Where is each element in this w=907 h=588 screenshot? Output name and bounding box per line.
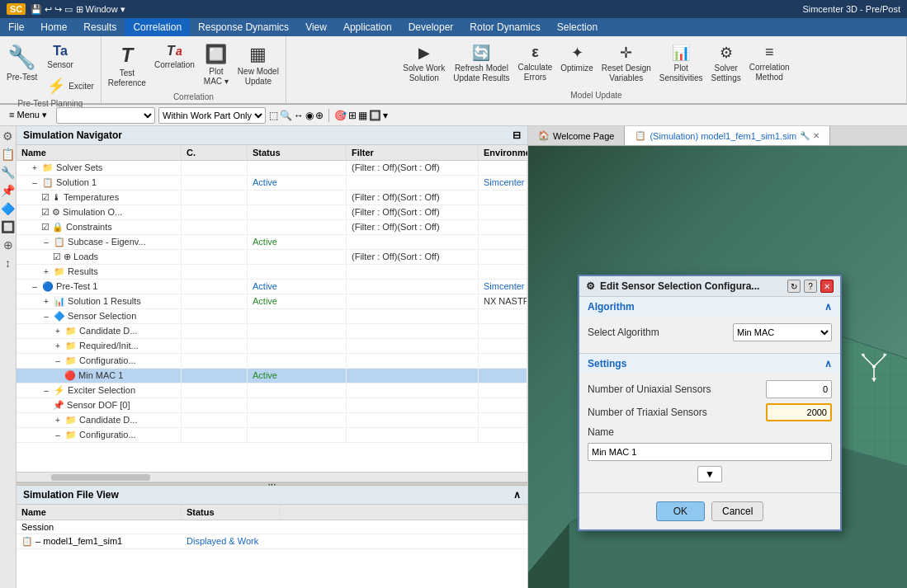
menu-response-dynamics[interactable]: Response Dynamics: [190, 18, 297, 36]
toolbar-menu-btn[interactable]: ≡ Menu ▾: [3, 107, 53, 123]
expand-icon[interactable]: –: [53, 356, 63, 365]
toolbar-icon-10[interactable]: ▾: [383, 110, 388, 121]
toolbar-icon-6[interactable]: 🎯: [334, 110, 347, 121]
toolbar-icon-2[interactable]: 🔍: [280, 110, 292, 121]
file-view-expand-btn[interactable]: ∧: [513, 489, 521, 501]
table-row[interactable]: – ⚡ Exciter Selection: [17, 383, 527, 398]
table-row[interactable]: ☑ 🌡 Temperatures (Filter : Off)(Sort : O…: [17, 191, 527, 205]
ribbon-pretest-btn[interactable]: 🔧 Pre-Test: [3, 41, 40, 85]
dialog-settings-header[interactable]: Settings ∧: [579, 354, 840, 374]
tab-welcome[interactable]: 🏠 Welcome Page: [528, 126, 625, 145]
table-row[interactable]: + 📁 Solver Sets (Filter : Off)(Sort : Of…: [17, 161, 527, 176]
toolbar-dropdown2[interactable]: Within Work Part Only Pant Only: [158, 107, 266, 124]
toolbar-icon-1[interactable]: ⬚: [269, 110, 278, 121]
toolbar-icon-7[interactable]: ⊞: [348, 110, 357, 121]
table-row[interactable]: 🔴 Min MAC 1 Active: [17, 369, 527, 383]
nav-cell-name: – 📋 Subcase - Eigenv...: [17, 235, 182, 249]
left-icon-7[interactable]: ⊕: [3, 238, 13, 252]
left-icon-8[interactable]: ↕: [5, 256, 11, 270]
table-row[interactable]: – 🔷 Sensor Selection: [17, 309, 527, 324]
dialog-refresh-btn[interactable]: ↻: [787, 280, 801, 293]
table-row[interactable]: 📌 Sensor DOF [0]: [17, 398, 527, 413]
menu-selection[interactable]: Selection: [549, 18, 606, 36]
left-icon-4[interactable]: 📌: [1, 184, 15, 197]
ribbon-exciter-btn[interactable]: ⚡ Exciter: [44, 74, 97, 97]
dialog-help-btn[interactable]: ?: [804, 280, 817, 293]
table-row[interactable]: – 📁 Configuratio...: [17, 354, 527, 369]
ribbon-test-reference-btn[interactable]: T TestReference: [105, 41, 149, 91]
menu-home[interactable]: Home: [32, 18, 75, 36]
toolbar-icon-4[interactable]: ◉: [305, 110, 314, 121]
expand-icon[interactable]: +: [41, 267, 51, 276]
table-row[interactable]: + 📁 Results: [17, 265, 527, 280]
menu-results[interactable]: Results: [75, 18, 125, 36]
table-row[interactable]: + 📁 Candidate D...: [17, 324, 527, 339]
table-row[interactable]: ☑ ⚙ Simulation O... (Filter : Off)(Sort …: [17, 205, 527, 220]
tab-simulation[interactable]: 📋 (Simulation) model1_fem1_sim1.sim 🔧 ✕: [625, 126, 830, 145]
dialog-algorithm-header[interactable]: Algorithm ∧: [579, 297, 840, 317]
expand-icon[interactable]: –: [53, 430, 63, 440]
triaxial-sensors-input[interactable]: [766, 403, 832, 421]
cancel-button[interactable]: Cancel: [711, 501, 763, 521]
ribbon-reset-btn[interactable]: ✛ Reset DesignVariables: [598, 41, 654, 86]
file-row-model[interactable]: 📋 – model1_fem1_sim1 Displayed & Work: [17, 534, 527, 549]
expand-icon[interactable]: –: [41, 312, 51, 321]
toolbar-icon-3[interactable]: ↔: [294, 110, 304, 121]
tab-simulation-options[interactable]: 🔧: [800, 131, 810, 140]
select-algorithm-dropdown[interactable]: Min MAC Max MAC: [733, 323, 832, 341]
dialog-close-btn[interactable]: ✕: [820, 280, 834, 293]
expand-icon[interactable]: +: [53, 416, 63, 425]
menu-view[interactable]: View: [297, 18, 335, 36]
navigator-expand-btn[interactable]: ⊟: [513, 129, 521, 141]
table-row[interactable]: – 🔵 Pre-Test 1 Active Simcenter 3D FE Mo…: [17, 280, 527, 294]
table-row[interactable]: ☑ 🔒 Constraints (Filter : Off)(Sort : Of…: [17, 220, 527, 235]
ribbon-plot-sensitivities-btn[interactable]: 📊 PlotSensitivities: [656, 41, 706, 86]
ribbon-new-model-update-btn[interactable]: ▦ New ModelUpdate: [234, 41, 282, 89]
menu-file[interactable]: File: [0, 18, 32, 36]
expand-icon[interactable]: –: [41, 238, 51, 247]
ribbon-solver-settings-btn[interactable]: ⚙ SolverSettings: [708, 41, 744, 86]
ribbon-sensor-btn[interactable]: Ta Sensor: [44, 41, 77, 73]
toolbar-icon-8[interactable]: ▦: [358, 110, 367, 121]
table-row[interactable]: + 📊 Solution 1 Results Active NX NASTRAN…: [17, 294, 527, 309]
table-row[interactable]: + 📁 Required/Init...: [17, 339, 527, 354]
ribbon-plot-mac-btn[interactable]: 🔲 PlotMAC ▾: [200, 41, 233, 89]
left-icon-3[interactable]: 🔧: [1, 166, 15, 179]
left-icon-5[interactable]: 🔷: [1, 202, 15, 215]
tab-close-btn[interactable]: ✕: [813, 131, 820, 140]
table-row[interactable]: – 📋 Subcase - Eigenv... Active: [17, 235, 527, 250]
expand-icon[interactable]: –: [30, 282, 40, 291]
expand-icon[interactable]: +: [41, 297, 51, 306]
menu-rotor-dynamics[interactable]: Rotor Dynamics: [461, 18, 548, 36]
left-icon-6[interactable]: 🔲: [1, 220, 15, 233]
table-row[interactable]: – 📋 Solution 1 Active Simcenter Nastran …: [17, 176, 527, 191]
name-input[interactable]: [588, 443, 832, 461]
dropdown-arrow-btn[interactable]: ▼: [697, 466, 722, 482]
ribbon-solve-btn[interactable]: ▶ Solve WorkSolution: [399, 41, 448, 86]
ok-button[interactable]: OK: [656, 501, 705, 521]
ribbon-optimize-btn[interactable]: ✦ Optimize: [557, 41, 596, 76]
ribbon-correlation-method-btn[interactable]: ≡ CorrelationMethod: [746, 41, 793, 85]
expand-icon[interactable]: +: [53, 327, 63, 336]
table-row[interactable]: + 📁 Candidate D...: [17, 413, 527, 428]
ribbon-correlation-btn[interactable]: T a Correlation: [151, 41, 198, 73]
menu-application[interactable]: Application: [335, 18, 400, 36]
ribbon-calculate-btn[interactable]: ε CalculateErrors: [515, 41, 556, 85]
table-row[interactable]: – 📁 Configuratio...: [17, 428, 527, 443]
uniaxial-sensors-input[interactable]: [766, 380, 832, 398]
expand-icon[interactable]: +: [53, 341, 63, 350]
expand-icon[interactable]: –: [41, 386, 51, 395]
toolbar-icons: 💾 ↩ ↪ ▭ ⊞ Window ▾: [31, 4, 125, 15]
expand-icon[interactable]: –: [30, 178, 40, 187]
menu-developer[interactable]: Developer: [400, 18, 462, 36]
scrollbar-thumb[interactable]: [51, 474, 150, 481]
left-icon-2[interactable]: 📋: [1, 148, 15, 161]
left-icon-1[interactable]: ⚙: [2, 129, 13, 143]
toolbar-icon-5[interactable]: ⊕: [315, 110, 324, 121]
toolbar-icon-9[interactable]: 🔲: [369, 110, 381, 121]
menu-correlation[interactable]: Correlation: [125, 18, 190, 36]
toolbar-dropdown1[interactable]: [56, 107, 155, 124]
ribbon-refresh-btn[interactable]: 🔄 Refresh ModelUpdate Results: [450, 41, 513, 86]
expand-icon[interactable]: +: [30, 163, 40, 172]
table-row[interactable]: ☑ ⊕ Loads (Filter : Off)(Sort : Off): [17, 250, 527, 265]
